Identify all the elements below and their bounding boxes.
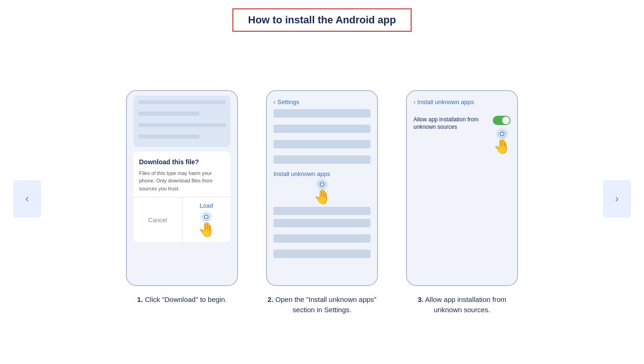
svg-point-0 (204, 215, 208, 219)
download-dialog: Download this file? Files of this type m… (133, 152, 231, 243)
phone-mockup-1: Download this file? Files of this type m… (126, 90, 238, 286)
install-unknown-apps-row: Install unknown apps 🤚 (273, 170, 371, 215)
phone-row (138, 134, 200, 139)
back-chevron-icon: ‹ (273, 98, 275, 105)
phone-row (138, 123, 226, 127)
tap-wrapper: 🤚 (493, 128, 511, 154)
toggle-knob (502, 117, 510, 124)
load-button[interactable]: Load 🤚 (182, 197, 231, 242)
phone2-lower-rows (273, 219, 371, 262)
phone3-header: ‹ Install unknown apps (413, 96, 511, 112)
step-2-caption: 2. Open the "Install unknown apps" secti… (266, 294, 378, 315)
step-1-caption: 1. Click "Download" to begin. (137, 294, 227, 305)
svg-point-4 (318, 181, 326, 188)
svg-point-6 (500, 132, 504, 136)
phone-row (273, 155, 371, 164)
phone-row (273, 109, 371, 118)
phone-row (273, 219, 371, 227)
step-2: ‹ Settings Install unknown apps (261, 90, 383, 315)
step-3-caption: 3. Allow app installation from unknown s… (406, 294, 518, 315)
dialog-title: Download this file? (139, 158, 225, 166)
toggle-label: Allow app installation from unknown sour… (413, 116, 479, 132)
phone-row (273, 125, 371, 133)
next-arrow[interactable]: › (603, 180, 631, 217)
phone2-rows (273, 109, 371, 168)
main-area: ‹ Download this file? Files of this type… (0, 41, 644, 364)
svg-point-1 (203, 213, 210, 221)
phone-row (138, 112, 200, 116)
toggle-row: Allow app installation from unknown sour… (413, 112, 511, 157)
phone-row (273, 140, 371, 148)
hand-cursor-icon: 🤚 (493, 138, 511, 154)
title-box: How to install the Android app (232, 8, 412, 32)
step-1: Download this file? Files of this type m… (121, 90, 243, 305)
svg-point-7 (498, 130, 506, 138)
hand-cursor-icon: 🤚 (314, 189, 331, 205)
phone-row (273, 250, 371, 258)
phone-mockup-2: ‹ Settings Install unknown apps (266, 90, 378, 286)
hand-cursor-icon: 🤚 (198, 221, 215, 238)
dialog-buttons: Cancel Load 🤚 (133, 197, 231, 242)
phone-row (273, 207, 371, 215)
page-title: How to install the Android app (248, 14, 396, 26)
back-chevron-icon: ‹ (413, 98, 415, 105)
phone1-upper-area (133, 96, 231, 147)
step-3: ‹ Install unknown apps Allow app install… (401, 90, 523, 315)
phone-row (138, 100, 226, 105)
toggle-switch[interactable] (493, 116, 511, 125)
toggle-area: 🤚 (489, 116, 511, 154)
phone2-header: ‹ Settings (273, 96, 371, 109)
phone-mockup-3: ‹ Install unknown apps Allow app install… (406, 90, 518, 286)
cancel-button[interactable]: Cancel (133, 212, 182, 228)
steps-container: Download this file? Files of this type m… (121, 90, 523, 315)
install-unknown-apps-link[interactable]: Install unknown apps (273, 170, 371, 177)
svg-point-3 (320, 182, 324, 186)
dialog-body: Files of this type may harm your phone. … (139, 169, 225, 193)
phone-row (273, 234, 371, 243)
prev-arrow[interactable]: ‹ (13, 180, 41, 217)
tap-wrapper: 🤚 (273, 178, 371, 205)
